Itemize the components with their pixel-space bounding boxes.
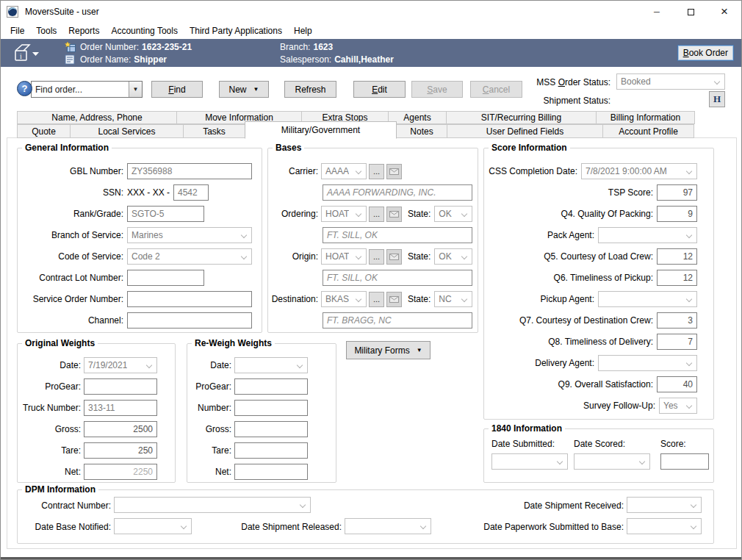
ordering-base-select[interactable]: HOAT: [321, 206, 367, 222]
carrier-lookup-button[interactable]: ...: [369, 164, 384, 179]
menu-help[interactable]: Help: [288, 24, 318, 38]
find-order-combobox[interactable]: Find order... ▼: [31, 81, 143, 98]
shipment-status-history-button[interactable]: H: [709, 91, 725, 107]
ssn-last4-input[interactable]: 4542: [173, 184, 209, 201]
date-submitted-select[interactable]: [491, 453, 568, 470]
survey-follow-up-select[interactable]: Yes: [659, 398, 697, 414]
original-date-select[interactable]: 7/19/2021: [84, 357, 157, 373]
date-scored-select[interactable]: [574, 453, 650, 470]
date-base-notified-select[interactable]: [114, 518, 192, 534]
tab-sit-recurring-billing[interactable]: SIT/Recurring Billing: [446, 111, 597, 124]
truck-number-input[interactable]: 313-11: [84, 400, 157, 416]
original-net-input[interactable]: 2250: [84, 464, 157, 480]
new-button[interactable]: New ▼: [219, 81, 269, 98]
cancel-button[interactable]: Cancel: [470, 81, 522, 98]
origin-email-button[interactable]: [386, 249, 402, 265]
q7-courtesy-of-destination-crew-input[interactable]: 3: [657, 312, 697, 329]
tab-name-address-phone[interactable]: Name, Address, Phone: [17, 111, 177, 124]
tsp-score-input[interactable]: 97: [657, 184, 697, 201]
q6-timeliness-of-pickup-input[interactable]: 12: [657, 270, 697, 286]
rank-grade-input[interactable]: SGTO-5: [127, 206, 204, 222]
code-of-service-select[interactable]: Code 2: [127, 248, 252, 265]
menu-accounting-tools[interactable]: Accounting Tools: [105, 24, 184, 38]
destination-base-select[interactable]: BKAS: [321, 291, 367, 307]
find-button[interactable]: Find: [151, 81, 203, 98]
origin-state-select[interactable]: OK: [434, 248, 472, 265]
book-order-button[interactable]: Book Order: [677, 45, 734, 61]
score-1840-input[interactable]: [660, 453, 709, 470]
reweigh-net-input[interactable]: [234, 464, 308, 480]
order-identity: Order Number: 1623-235-21 Order Name: Sh…: [64, 42, 192, 65]
menu-third-party-applications[interactable]: Third Party Applications: [184, 24, 288, 38]
origin-base-select[interactable]: HOAT: [321, 248, 367, 265]
pickup-agent-select[interactable]: [598, 291, 697, 307]
maximize-button[interactable]: [674, 1, 707, 23]
menu-tools[interactable]: Tools: [30, 24, 62, 38]
combo-arrow-icon[interactable]: ▼: [129, 82, 142, 97]
delivery-agent-select[interactable]: [598, 355, 697, 371]
dpm-contract-number-select[interactable]: [114, 497, 311, 513]
tab-quote[interactable]: Quote: [17, 124, 71, 138]
reweigh-date-select[interactable]: [234, 357, 308, 373]
military-forms-button[interactable]: Military Forms ▼: [346, 341, 431, 359]
dropdown-arrow-icon: ▼: [417, 347, 422, 353]
original-gross-label: Gross:: [19, 424, 81, 434]
close-button[interactable]: ×: [707, 1, 741, 23]
tab-notes[interactable]: Notes: [396, 124, 447, 138]
refresh-button[interactable]: Refresh: [284, 81, 336, 98]
minimize-button[interactable]: ─: [640, 1, 674, 23]
origin-lookup-button[interactable]: ...: [369, 249, 384, 265]
reweigh-number-input[interactable]: [234, 400, 308, 416]
original-progear-input[interactable]: [84, 378, 157, 395]
pack-agent-select[interactable]: [598, 227, 697, 243]
destination-email-button[interactable]: [386, 292, 402, 307]
destination-lookup-button[interactable]: ...: [369, 292, 384, 307]
q9-overall-satisfaction-input[interactable]: 40: [657, 376, 697, 392]
tab-agents[interactable]: Agents: [388, 111, 447, 124]
date-paperwork-submitted-select[interactable]: [627, 518, 702, 534]
ordering-lookup-button[interactable]: ...: [369, 207, 384, 222]
reweigh-tare-input[interactable]: [234, 442, 308, 459]
q8-timeliness-of-delivery-input[interactable]: 7: [657, 334, 697, 350]
channel-input[interactable]: [127, 312, 252, 329]
tsp-score-label: TSP Score:: [608, 187, 653, 198]
tab-account-profile[interactable]: Account Profile: [602, 124, 694, 138]
branch-of-service-select[interactable]: Marines: [127, 227, 252, 243]
carrier-name-display: AAAA FORWARDING, INC.: [323, 184, 472, 201]
contract-lot-number-input[interactable]: [127, 270, 204, 286]
tab-local-services[interactable]: Local Services: [70, 124, 184, 138]
ordering-state-select[interactable]: OK: [434, 206, 472, 222]
date-paperwork-submitted-label: Date Paperwork Submitted to Base:: [334, 522, 624, 532]
mss-order-status-select[interactable]: Booked: [616, 73, 725, 90]
reweigh-progear-input[interactable]: [234, 378, 308, 395]
ordering-email-button[interactable]: [386, 207, 402, 222]
tab-user-defined-fields[interactable]: User Defined Fields: [447, 124, 603, 138]
destination-state-select[interactable]: NC: [434, 291, 472, 307]
chevron-down-icon: [691, 523, 696, 529]
q5-courtesy-of-load-crew-input[interactable]: 12: [657, 248, 697, 265]
date-shipment-received-select[interactable]: [627, 497, 702, 513]
css-completion-date-select[interactable]: 7/8/2021 9:00:00 AM: [581, 163, 697, 179]
envelope-icon: [389, 254, 399, 260]
edit-button[interactable]: Edit: [353, 81, 406, 98]
tab-tasks[interactable]: Tasks: [183, 124, 245, 138]
tab-military-government[interactable]: Military/Government: [245, 121, 397, 139]
help-icon[interactable]: ?: [17, 81, 32, 96]
menu-reports[interactable]: Reports: [62, 24, 105, 38]
chevron-down-icon: [461, 211, 467, 217]
reweigh-gross-input[interactable]: [234, 421, 308, 437]
original-tare-input[interactable]: 250: [84, 442, 157, 459]
branch-info: Branch: 1623 Salesperson: Cahill,Heather: [280, 42, 394, 65]
home-menu-button[interactable]: i: [1, 43, 52, 63]
gbl-number-input[interactable]: ZY356988: [127, 163, 252, 179]
q4-quality-of-packing-input[interactable]: 9: [657, 206, 697, 222]
order-number-label: Order Number:: [80, 42, 139, 52]
envelope-icon: [389, 168, 399, 175]
save-button[interactable]: Save: [411, 81, 463, 98]
tab-billing-information[interactable]: Billing Information: [596, 111, 695, 124]
original-gross-input[interactable]: 2500: [84, 421, 157, 437]
menu-file[interactable]: File: [4, 24, 30, 38]
service-order-number-input[interactable]: [127, 291, 252, 307]
carrier-code-select[interactable]: AAAA: [321, 163, 367, 179]
carrier-email-button[interactable]: [386, 164, 402, 179]
